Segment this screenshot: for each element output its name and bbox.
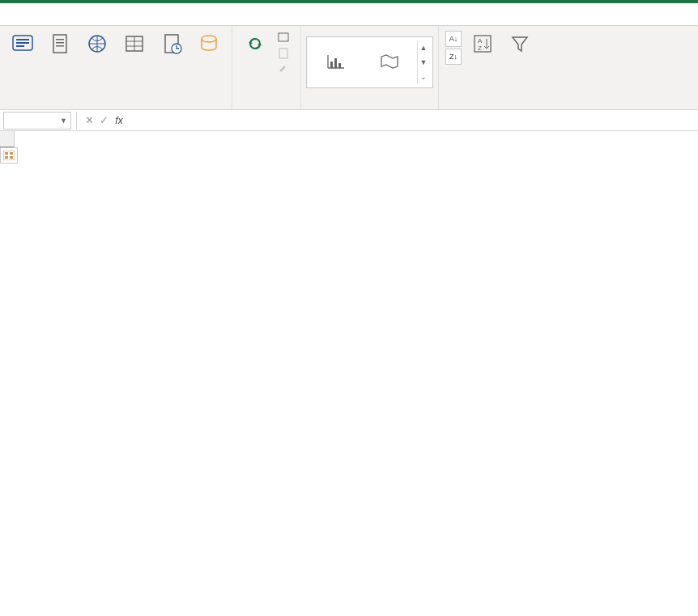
svg-rect-16 <box>279 33 288 41</box>
svg-rect-26 <box>10 152 13 155</box>
cancel-formula-button[interactable]: ✕ <box>82 114 96 126</box>
formula-bar: ▼ ✕ ✓ fx <box>0 110 698 131</box>
svg-rect-28 <box>10 156 13 159</box>
data-types-down[interactable]: ▼ <box>418 55 429 70</box>
ribbon: ▲ ▼ ⌄ A↓ Z↓ AZ <box>0 26 698 110</box>
svg-rect-18 <box>330 62 333 68</box>
edit-links-icon <box>278 64 289 77</box>
formula-input[interactable] <box>127 112 698 130</box>
svg-rect-17 <box>279 49 287 58</box>
group-queries-connections <box>232 26 301 109</box>
from-web-icon <box>84 31 110 57</box>
group-label-queries <box>237 95 296 108</box>
divider <box>76 112 77 130</box>
stocks-button[interactable] <box>310 50 362 74</box>
data-types-nav: ▲ ▼ ⌄ <box>417 40 429 84</box>
svg-rect-19 <box>334 58 337 68</box>
svg-rect-1 <box>16 39 29 40</box>
svg-rect-24 <box>3 151 15 160</box>
get-data-button[interactable] <box>5 29 40 60</box>
group-label-datatypes <box>306 95 433 108</box>
edit-links-button[interactable] <box>276 63 294 78</box>
sort-icon: AZ <box>470 31 496 57</box>
group-data-types: ▲ ▼ ⌄ <box>301 26 439 109</box>
refresh-all-button[interactable] <box>237 29 273 60</box>
svg-rect-7 <box>56 45 64 47</box>
queries-connections-button[interactable] <box>276 31 294 45</box>
svg-rect-27 <box>5 156 8 159</box>
svg-rect-4 <box>53 35 66 53</box>
data-types-up[interactable]: ▲ <box>418 40 429 55</box>
group-get-transform <box>0 26 232 109</box>
existing-connections-icon <box>196 31 222 57</box>
get-data-icon <box>10 31 36 57</box>
ribbon-tabs <box>0 3 698 26</box>
from-text-csv-icon <box>47 31 73 57</box>
svg-rect-25 <box>5 152 8 155</box>
svg-rect-2 <box>16 42 29 44</box>
svg-rect-6 <box>56 42 64 44</box>
from-table-range-button[interactable] <box>117 29 152 60</box>
svg-rect-20 <box>338 63 341 68</box>
group-label-sortfilter <box>444 95 538 108</box>
stocks-icon <box>325 50 347 73</box>
group-sort-filter: A↓ Z↓ AZ <box>439 26 543 109</box>
name-box[interactable]: ▼ <box>3 112 71 130</box>
quick-analysis-button[interactable] <box>0 147 18 164</box>
data-types-gallery[interactable]: ▲ ▼ ⌄ <box>306 36 433 88</box>
enter-formula-button[interactable]: ✓ <box>96 114 111 126</box>
filter-button[interactable] <box>502 29 538 60</box>
name-box-dropdown-icon[interactable]: ▼ <box>60 117 67 125</box>
fx-icon[interactable]: fx <box>111 115 127 126</box>
sort-button[interactable]: AZ <box>465 29 500 60</box>
recent-sources-button[interactable] <box>154 29 189 60</box>
filter-icon <box>507 31 533 57</box>
group-label-get-transform <box>5 95 227 108</box>
sort-desc-button[interactable]: Z↓ <box>445 49 462 65</box>
recent-sources-icon <box>159 31 185 57</box>
from-text-csv-button[interactable] <box>42 29 78 60</box>
connections-icon <box>278 32 289 45</box>
geography-button[interactable] <box>364 50 415 74</box>
properties-icon <box>278 48 289 61</box>
geography-icon <box>378 50 401 73</box>
data-types-more[interactable]: ⌄ <box>418 70 429 84</box>
existing-connections-button[interactable] <box>191 29 227 60</box>
from-table-range-icon <box>121 31 147 57</box>
worksheet-area <box>0 131 698 147</box>
svg-rect-21 <box>475 36 491 52</box>
properties-button[interactable] <box>276 47 294 62</box>
svg-rect-3 <box>16 45 24 47</box>
svg-text:Z: Z <box>478 45 482 52</box>
svg-rect-5 <box>56 39 64 40</box>
svg-point-15 <box>202 36 216 42</box>
sort-asc-button[interactable]: A↓ <box>445 31 462 47</box>
refresh-icon <box>242 31 268 57</box>
from-web-button[interactable] <box>79 29 115 60</box>
svg-text:A: A <box>478 37 483 45</box>
select-all-corner[interactable] <box>0 131 15 147</box>
